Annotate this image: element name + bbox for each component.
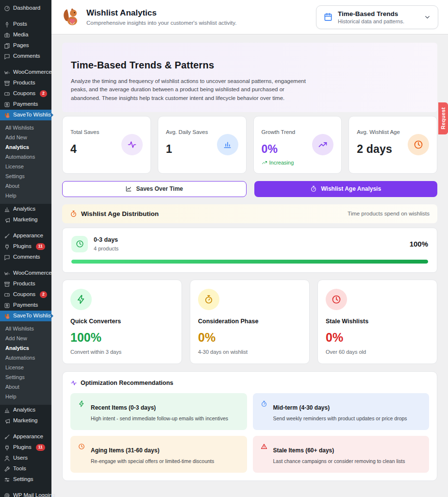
sidebar-item-appearance[interactable]: Appearance	[0, 231, 51, 241]
sidebar-item-plugins[interactable]: Plugins11	[0, 442, 51, 453]
distribution-note: Time products spend on wishlists	[348, 211, 430, 216]
sidebar-subitem-about[interactable]: About	[0, 181, 51, 191]
sidebar-item-products[interactable]: Products	[0, 279, 51, 289]
sidebar-item-coupons[interactable]: Coupons2	[0, 88, 51, 99]
tab-wishlist-age-analysis[interactable]: Wishlist Age Analysis	[254, 181, 438, 197]
sidebar-item-label: Analytics	[13, 206, 35, 213]
sidebar-subitem-analytics[interactable]: Analytics	[0, 142, 51, 152]
sidebar-item-label: Plugins	[13, 444, 32, 451]
sidebar-subitem-analytics[interactable]: Analytics	[0, 343, 51, 353]
metrics-row: Quick Converters100%Convert within 3 day…	[62, 280, 437, 364]
report-type-dropdown[interactable]: Time-Based Trends Historical data and pa…	[316, 5, 438, 29]
clock-icon	[78, 443, 85, 450]
distribution-header: Wishlist Age Distribution Time products …	[62, 204, 437, 223]
sidebar-item-comments[interactable]: Comments	[0, 51, 51, 62]
sidebar-item-appearance[interactable]: Appearance	[0, 431, 51, 442]
sidebar-item-payments[interactable]: Payments	[0, 300, 51, 311]
request-feedback-tab[interactable]: Request	[438, 102, 448, 134]
sidebar-item-settings[interactable]: Settings	[0, 474, 51, 485]
sidebar-item-saveto-wishlist[interactable]: SaveTo Wishlist	[0, 110, 51, 120]
sidebar-item-media[interactable]: Media	[0, 30, 51, 40]
sidebar-item-plugins[interactable]: Plugins11	[0, 241, 51, 252]
stat-card-left: Growth Trend0%Increasing	[262, 124, 296, 166]
metric-card-quick-converters: Quick Converters100%Convert within 3 day…	[62, 280, 182, 364]
recommendation-top: Mid-term (4-30 days)	[261, 400, 422, 411]
sidebar-item-pages[interactable]: Pages	[0, 40, 51, 51]
sidebar-item-marketing[interactable]: Marketing	[0, 415, 51, 426]
recommendations-header: Optimization Recommendations	[70, 380, 429, 386]
sidebar-item-marketing[interactable]: Marketing	[0, 215, 51, 225]
count-badge: 2	[40, 291, 47, 298]
sidebar-subitem-all-wishlists[interactable]: All Wishlists	[0, 324, 51, 333]
sidebar-item-label: WooCommerce	[13, 69, 52, 76]
dropdown-selected-sub: Historical data and patterns.	[338, 18, 404, 24]
sidebar-item-saveto-wishlist[interactable]: SaveTo Wishlist	[0, 311, 51, 321]
recommendation-desc: Last chance campaigns or consider removi…	[273, 458, 422, 464]
trending-up-icon	[312, 134, 333, 155]
recommendations-card: Optimization Recommendations Recent Item…	[62, 371, 437, 481]
tab-saves-over-time[interactable]: Saves Over Time	[62, 181, 247, 197]
sidebar-item-tools[interactable]: Tools	[0, 464, 51, 474]
sidebar-item-label: Settings	[13, 476, 33, 483]
sidebar-item-wp-mail-logging[interactable]: WP Mail Logging	[0, 490, 51, 497]
stat-card-left: Avg. Daily Saves1	[166, 124, 208, 166]
bars-icon	[3, 407, 10, 414]
title-block: Wishlist Analytics Comprehensive insight…	[86, 8, 236, 26]
megaphone-icon	[3, 216, 10, 223]
sidebar-subitem-license[interactable]: License	[0, 162, 51, 171]
payments-icon	[3, 101, 10, 108]
metric-title: Quick Converters	[70, 318, 174, 325]
sidebar-subitem-license[interactable]: License	[0, 363, 51, 372]
sidebar-item-label: SaveTo Wishlist	[13, 313, 52, 319]
sidebar-item-woocommerce[interactable]: WooCommerce	[0, 67, 51, 78]
distribution-row: 0-3 days4 products100%	[71, 236, 428, 252]
sidebar-item-woocommerce[interactable]: WooCommerce	[0, 268, 51, 279]
submenu: All WishlistsAdd NewAnalyticsAutomations…	[0, 321, 51, 405]
recommendation-title: Recent Items (0-3 days)	[91, 404, 156, 411]
sidebar-item-coupons[interactable]: Coupons2	[0, 289, 51, 300]
sidebar-item-analytics[interactable]: Analytics	[0, 204, 51, 215]
metric-title: Consideration Phase	[198, 318, 301, 325]
sidebar-item-products[interactable]: Products	[0, 78, 51, 88]
submenu: All WishlistsAdd NewAnalyticsAutomations…	[0, 120, 51, 204]
sidebar-subitem-help[interactable]: Help	[0, 392, 51, 401]
sidebar-item-label: Payments	[13, 302, 38, 309]
count-badge: 11	[36, 243, 45, 249]
sidebar-item-users[interactable]: Users	[0, 453, 51, 464]
request-tab-label: Request	[440, 107, 446, 130]
sidebar-subitem-help[interactable]: Help	[0, 191, 51, 200]
sidebar-item-label: Appearance	[13, 232, 43, 239]
app-root: DashboardPostsMediaPagesCommentsWooComme…	[0, 0, 448, 497]
sliders-icon	[3, 476, 10, 483]
sidebar-subitem-settings[interactable]: Settings	[0, 171, 51, 181]
stat-value: 2 days	[357, 143, 400, 156]
sidebar-subitem-settings[interactable]: Settings	[0, 372, 51, 382]
sidebar-subitem-about[interactable]: About	[0, 382, 51, 392]
metric-subtitle: Over 60 days old	[326, 349, 429, 355]
metric-value: 0%	[198, 331, 301, 345]
sidebar-item-analytics[interactable]: Analytics	[0, 405, 51, 415]
activity-icon	[121, 134, 143, 155]
admin-footer: Thank you for creating with WordPress. G…	[51, 492, 448, 497]
sidebar-item-label: Posts	[13, 21, 27, 28]
recommendation-panel: Stale Items (60+ days)Last chance campai…	[253, 436, 430, 473]
sidebar-item-dashboard[interactable]: Dashboard	[0, 3, 51, 14]
sidebar-subitem-all-wishlists[interactable]: All Wishlists	[0, 123, 51, 133]
sidebar-subitem-automations[interactable]: Automations	[0, 152, 51, 162]
sidebar-subitem-add-new[interactable]: Add New	[0, 133, 51, 142]
section-description: Analyze the timing and frequency of wish…	[71, 77, 313, 102]
sidebar-item-posts[interactable]: Posts	[0, 19, 51, 30]
sidebar-item-payments[interactable]: Payments	[0, 99, 51, 110]
metric-card-consideration-phase: Consideration Phase0%4-30 days on wishli…	[190, 280, 310, 364]
stopwatch-icon	[310, 185, 317, 192]
sidebar-item-label: Users	[13, 455, 28, 462]
sidebar-item-label: WP Mail Logging	[13, 492, 55, 497]
sidebar-subitem-add-new[interactable]: Add New	[0, 333, 51, 343]
sidebar-item-comments[interactable]: Comments	[0, 252, 51, 263]
sidebar-subitem-automations[interactable]: Automations	[0, 353, 51, 363]
stats-row: Total Saves4Avg. Daily Saves1Growth Tren…	[62, 116, 437, 174]
sidebar-item-label: Payments	[13, 101, 38, 108]
nav-gap	[0, 263, 51, 268]
plug-icon	[3, 243, 10, 250]
metric-subtitle: Convert within 3 days	[70, 349, 174, 355]
